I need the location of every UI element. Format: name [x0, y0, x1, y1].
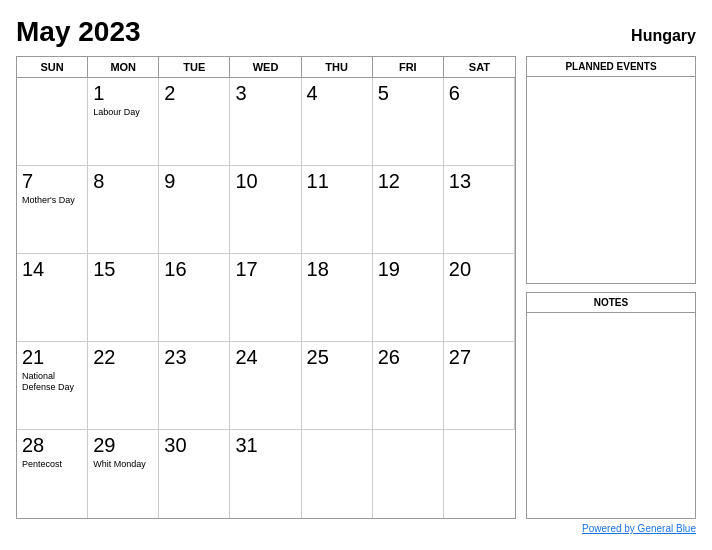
day-event-label: Labour Day	[93, 107, 153, 118]
day-number: 11	[307, 170, 367, 193]
day-number: 10	[235, 170, 295, 193]
calendar-cell: 25	[302, 342, 373, 430]
powered-by-link[interactable]: Powered by General Blue	[582, 523, 696, 534]
main-content: SUNMONTUEWEDTHUFRISAT 1Labour Day234567M…	[16, 56, 696, 519]
page-header: May 2023 Hungary	[16, 16, 696, 48]
calendar-cell: 30	[159, 430, 230, 518]
day-number: 21	[22, 346, 82, 369]
calendar-cell	[17, 78, 88, 166]
notes-box: NOTES	[526, 292, 696, 520]
day-of-week-header: SAT	[444, 57, 515, 77]
day-number: 18	[307, 258, 367, 281]
day-event-label: Whit Monday	[93, 459, 153, 470]
calendar-cell: 22	[88, 342, 159, 430]
sidebar: PLANNED EVENTS NOTES	[526, 56, 696, 519]
day-number: 14	[22, 258, 82, 281]
day-event-label: National Defense Day	[22, 371, 82, 393]
day-number: 19	[378, 258, 438, 281]
planned-events-content	[527, 77, 695, 283]
day-of-week-header: SUN	[17, 57, 88, 77]
planned-events-header: PLANNED EVENTS	[527, 57, 695, 77]
calendar-cell	[444, 430, 515, 518]
day-number: 7	[22, 170, 82, 193]
day-number: 6	[449, 82, 509, 105]
calendar-cell: 14	[17, 254, 88, 342]
calendar-cell: 2	[159, 78, 230, 166]
calendar-cell: 1Labour Day	[88, 78, 159, 166]
day-number: 1	[93, 82, 153, 105]
day-number: 12	[378, 170, 438, 193]
day-number: 28	[22, 434, 82, 457]
calendar-cell: 13	[444, 166, 515, 254]
calendar-cell: 20	[444, 254, 515, 342]
day-event-label: Mother's Day	[22, 195, 82, 206]
calendar-cell	[302, 430, 373, 518]
calendar-cell: 3	[230, 78, 301, 166]
day-number: 17	[235, 258, 295, 281]
calendar-cell: 9	[159, 166, 230, 254]
day-number: 16	[164, 258, 224, 281]
day-number: 31	[235, 434, 295, 457]
month-title: May 2023	[16, 16, 141, 48]
calendar-cell: 11	[302, 166, 373, 254]
calendar-cell: 6	[444, 78, 515, 166]
day-number: 25	[307, 346, 367, 369]
day-number: 24	[235, 346, 295, 369]
day-of-week-header: THU	[302, 57, 373, 77]
calendar-cell: 10	[230, 166, 301, 254]
day-number: 2	[164, 82, 224, 105]
calendar-cell: 15	[88, 254, 159, 342]
calendar-cell: 17	[230, 254, 301, 342]
calendar-cell: 19	[373, 254, 444, 342]
day-number: 20	[449, 258, 509, 281]
day-number: 29	[93, 434, 153, 457]
calendar-cell	[373, 430, 444, 518]
day-number: 23	[164, 346, 224, 369]
day-number: 30	[164, 434, 224, 457]
day-of-week-header: WED	[230, 57, 301, 77]
calendar-cell: 29Whit Monday	[88, 430, 159, 518]
calendar-cell: 4	[302, 78, 373, 166]
calendar-body: 1Labour Day234567Mother's Day89101112131…	[17, 78, 515, 518]
day-number: 8	[93, 170, 153, 193]
calendar-header: SUNMONTUEWEDTHUFRISAT	[17, 57, 515, 78]
calendar-cell: 28Pentecost	[17, 430, 88, 518]
day-number: 4	[307, 82, 367, 105]
notes-header: NOTES	[527, 293, 695, 313]
footer: Powered by General Blue	[16, 523, 696, 534]
calendar-cell: 12	[373, 166, 444, 254]
calendar-cell: 23	[159, 342, 230, 430]
calendar-cell: 16	[159, 254, 230, 342]
calendar-page: May 2023 Hungary SUNMONTUEWEDTHUFRISAT 1…	[0, 0, 712, 550]
calendar-cell: 5	[373, 78, 444, 166]
day-event-label: Pentecost	[22, 459, 82, 470]
calendar-cell: 31	[230, 430, 301, 518]
day-number: 13	[449, 170, 509, 193]
calendar-cell: 24	[230, 342, 301, 430]
planned-events-box: PLANNED EVENTS	[526, 56, 696, 284]
calendar-cell: 27	[444, 342, 515, 430]
day-number: 5	[378, 82, 438, 105]
day-of-week-header: TUE	[159, 57, 230, 77]
day-number: 9	[164, 170, 224, 193]
notes-content	[527, 313, 695, 519]
day-number: 26	[378, 346, 438, 369]
day-of-week-header: MON	[88, 57, 159, 77]
day-number: 3	[235, 82, 295, 105]
calendar-cell: 26	[373, 342, 444, 430]
day-number: 22	[93, 346, 153, 369]
day-of-week-header: FRI	[373, 57, 444, 77]
calendar-cell: 21National Defense Day	[17, 342, 88, 430]
country-name: Hungary	[631, 27, 696, 45]
calendar-cell: 7Mother's Day	[17, 166, 88, 254]
day-number: 15	[93, 258, 153, 281]
day-number: 27	[449, 346, 509, 369]
calendar-cell: 18	[302, 254, 373, 342]
calendar-cell: 8	[88, 166, 159, 254]
calendar-grid: SUNMONTUEWEDTHUFRISAT 1Labour Day234567M…	[16, 56, 516, 519]
